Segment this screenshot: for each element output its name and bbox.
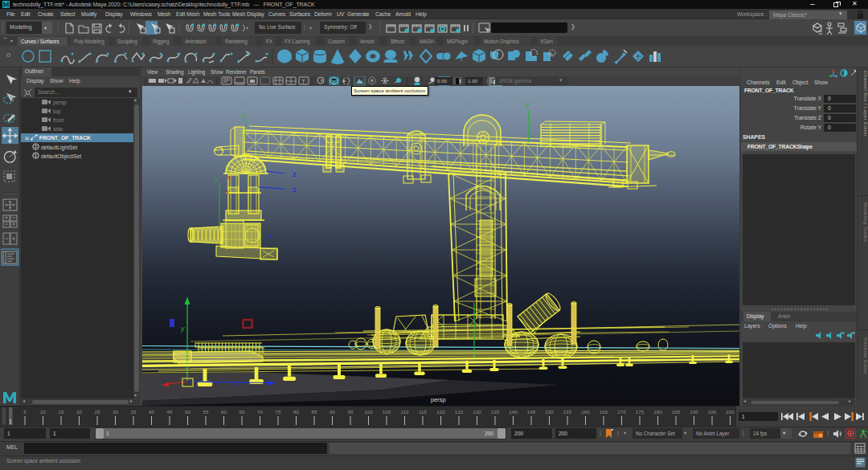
svg-text:130: 130 <box>473 409 481 415</box>
svg-text:y: y <box>525 100 530 108</box>
svg-text:110: 110 <box>401 409 409 415</box>
svg-text:95: 95 <box>348 409 354 415</box>
svg-text:z: z <box>268 233 272 240</box>
svg-text:50: 50 <box>185 409 190 415</box>
svg-text:150: 150 <box>545 409 554 415</box>
svg-text:x: x <box>226 189 229 194</box>
svg-text:45: 45 <box>167 409 173 415</box>
svg-text:135: 135 <box>491 409 500 415</box>
svg-text:195: 195 <box>708 409 717 415</box>
svg-text:15: 15 <box>59 409 64 415</box>
svg-text:40: 40 <box>149 409 154 415</box>
svg-text:190: 190 <box>690 409 698 415</box>
svg-text:T: T <box>301 78 305 85</box>
svg-text:z: z <box>293 186 297 194</box>
svg-text:x: x <box>227 174 231 180</box>
svg-text:120: 120 <box>436 409 445 415</box>
svg-text:60: 60 <box>221 409 227 415</box>
svg-text:5: 5 <box>23 409 27 415</box>
svg-text:10: 10 <box>40 409 46 415</box>
svg-text:175: 175 <box>636 409 645 415</box>
svg-text:170: 170 <box>617 409 626 415</box>
svg-text:155: 155 <box>563 409 572 415</box>
svg-text:70: 70 <box>257 409 263 415</box>
svg-text:90: 90 <box>330 409 335 415</box>
svg-text:125: 125 <box>455 409 464 415</box>
svg-text:145: 145 <box>527 409 536 415</box>
svg-text:75: 75 <box>276 409 281 415</box>
svg-text:180: 180 <box>653 409 662 415</box>
svg-text:y: y <box>180 325 185 333</box>
svg-text:65: 65 <box>240 409 245 415</box>
svg-text:100: 100 <box>364 409 373 415</box>
svg-text:25: 25 <box>95 409 100 415</box>
svg-text:1: 1 <box>9 419 12 424</box>
svg-text:35: 35 <box>131 409 137 415</box>
svg-text:30: 30 <box>113 409 118 415</box>
svg-text:55: 55 <box>203 409 209 415</box>
svg-text:185: 185 <box>672 409 681 415</box>
svg-text:115: 115 <box>419 409 427 415</box>
svg-text:165: 165 <box>600 409 608 415</box>
svg-text:z: z <box>293 170 297 178</box>
svg-text:y: y <box>241 112 246 121</box>
svg-text:20: 20 <box>76 409 82 415</box>
svg-text:y: y <box>214 176 219 183</box>
svg-text:105: 105 <box>383 409 391 415</box>
svg-text:85: 85 <box>312 409 317 415</box>
svg-text:80: 80 <box>293 409 299 415</box>
svg-text:z: z <box>236 379 240 386</box>
svg-text:160: 160 <box>581 409 590 415</box>
svg-text:140: 140 <box>509 409 518 415</box>
svg-text:persp: persp <box>431 396 446 403</box>
svg-text:200: 200 <box>726 409 735 415</box>
